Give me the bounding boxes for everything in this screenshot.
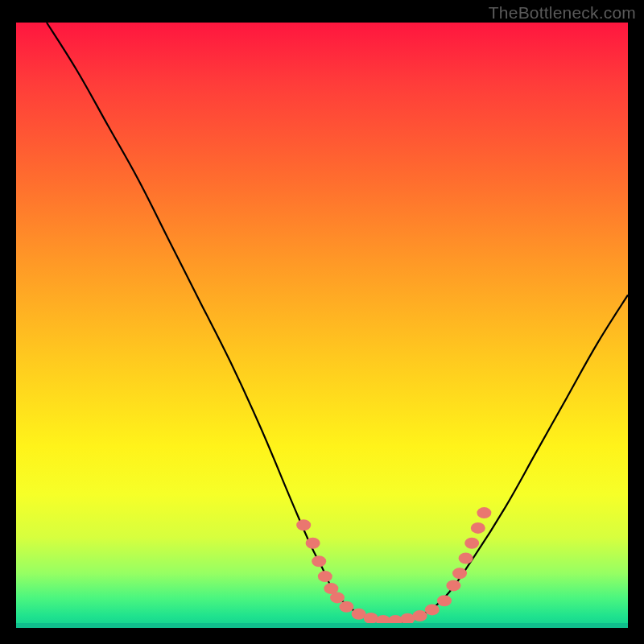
chart-svg [16,23,628,628]
highlight-dot [388,615,402,626]
chart-frame: TheBottleneck.com [0,0,644,644]
highlight-dot [446,580,460,591]
highlight-dot [459,553,473,564]
highlight-dot [364,613,378,624]
highlight-dot [437,595,452,606]
watermark-text: TheBottleneck.com [489,3,636,23]
plot-gradient-background [16,23,628,628]
highlight-dot [477,507,491,518]
highlight-dot [339,601,353,613]
highlight-dot [318,571,332,582]
highlight-dot [296,519,311,530]
highlight-dot [400,613,415,625]
highlight-dot [452,568,467,579]
highlight-dot [306,538,320,549]
highlight-dot [330,592,345,603]
highlight-dot [425,604,440,615]
highlight-dots-group [296,507,491,626]
highlight-dot [464,538,479,549]
highlight-dot [312,555,326,567]
highlight-dot [413,610,427,621]
bottleneck-curve [47,23,628,622]
highlight-dot [471,522,485,534]
